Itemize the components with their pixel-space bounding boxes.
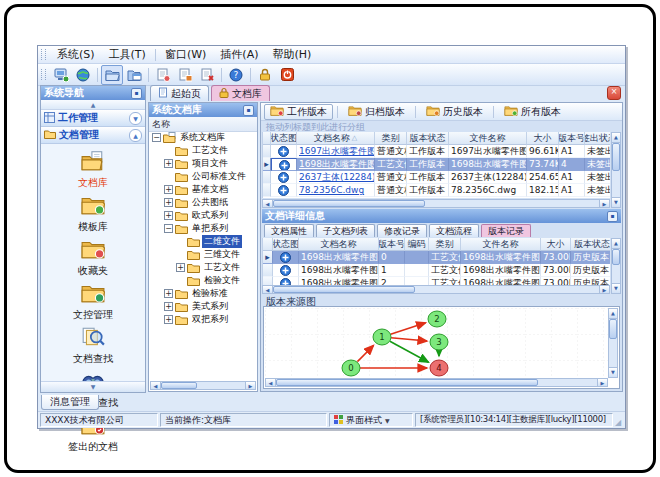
tree-item[interactable]: 二维文件: [149, 235, 257, 248]
menu-plugins[interactable]: 插件(A): [213, 46, 265, 63]
column-header[interactable]: 状态图: [271, 132, 297, 145]
version-node[interactable]: 0: [342, 360, 360, 376]
tree-item[interactable]: 工艺文件: [149, 144, 257, 157]
sidebar-bottom-handle[interactable]: ▼: [41, 381, 145, 392]
help-icon[interactable]: ?: [225, 65, 247, 85]
work-version-button[interactable]: 工作版本: [264, 104, 333, 120]
tree-item-label[interactable]: 单把系列: [190, 222, 230, 235]
pin-icon[interactable]: ▪: [607, 211, 618, 222]
document-link[interactable]: 1697出水嘴零件图.dwg: [297, 145, 375, 158]
table-row[interactable]: 1697出水嘴零件图.dwg普通文档工作版本1697出水嘴零件图.dwg96.6…: [263, 145, 610, 158]
column-header[interactable]: 大小: [541, 238, 571, 251]
document-link[interactable]: 1698出水嘴零件图.dwg: [297, 158, 375, 171]
scroll-right-icon[interactable]: ▶: [597, 379, 607, 386]
version-node[interactable]: 2: [428, 311, 446, 327]
version-node[interactable]: 3: [430, 334, 448, 350]
sidebar-item-3[interactable]: 文控管理: [43, 281, 143, 325]
tree-item-label[interactable]: 检验标准: [190, 287, 230, 300]
detail-tab-1[interactable]: 子文档列表: [316, 224, 375, 237]
tab-message-manager[interactable]: 消息管理: [41, 395, 99, 410]
column-header[interactable]: 文档名称△: [297, 132, 375, 145]
scroll-right-icon[interactable]: ▶: [245, 382, 255, 389]
scroll-down-icon[interactable]: ▼: [609, 367, 617, 377]
archive-version-button[interactable]: 归档版本: [342, 104, 411, 120]
sidebar-group-docs[interactable]: 文档管理 ▲: [41, 127, 145, 144]
table-row[interactable]: 2637主体(12284).dwg普通文档工作版本2637主体(12284).d…: [263, 171, 610, 184]
tree-column-header[interactable]: 名称: [149, 117, 257, 132]
scroll-thumb[interactable]: [609, 319, 617, 339]
column-header[interactable]: 文件名称: [449, 132, 527, 145]
chevron-down-icon[interactable]: ▼: [129, 112, 142, 125]
scroll-up-icon[interactable]: ▲: [612, 239, 620, 249]
sidebar-item-2[interactable]: 收藏夹: [43, 237, 143, 281]
v-scrollbar[interactable]: ▲ ▼: [608, 308, 618, 378]
column-header[interactable]: 版本状态: [571, 238, 610, 251]
tree-item[interactable]: + 检验标准: [149, 287, 257, 300]
status-chart-icon[interactable]: [273, 264, 299, 277]
tree-item[interactable]: 检验文件: [149, 274, 257, 287]
desktop-icon[interactable]: [50, 65, 72, 85]
table-row[interactable]: ▸ 1698出水嘴零件图.dwg0工艺文件1698出水嘴零件图.dwg73.00…: [263, 251, 610, 264]
scroll-thumb[interactable]: [273, 286, 415, 293]
tree-item[interactable]: 三维文件: [149, 248, 257, 261]
lock-icon[interactable]: [254, 65, 276, 85]
tree-item-label[interactable]: 工艺文件: [202, 261, 242, 274]
history-version-button[interactable]: 历史版本: [420, 104, 489, 120]
menu-tools[interactable]: 工具(T): [102, 46, 153, 63]
expand-toggle-icon[interactable]: −: [152, 133, 161, 142]
pin-icon[interactable]: ▪: [243, 105, 254, 116]
scroll-thumb[interactable]: [161, 382, 197, 389]
sidebar-item-4[interactable]: 文档查找: [43, 325, 143, 369]
column-header[interactable]: 编码: [405, 238, 429, 251]
version-node[interactable]: 4: [430, 360, 448, 376]
scroll-up-icon[interactable]: ▲: [609, 309, 617, 319]
all-version-button[interactable]: 所有版本: [498, 104, 567, 120]
tree-item-label[interactable]: 工艺文件: [190, 144, 230, 157]
version-node[interactable]: 1: [373, 329, 391, 345]
table-row[interactable]: 78.2356C.dwg普通文档工作版本78.2356C.dwg182.15KB…: [263, 184, 610, 197]
tree-item[interactable]: − 单把系列: [149, 222, 257, 235]
expand-toggle-icon[interactable]: +: [164, 315, 173, 324]
folder-window-icon[interactable]: [123, 65, 145, 85]
tree-item-label[interactable]: 欧式系列: [190, 209, 230, 222]
doc-report-icon[interactable]: [174, 65, 196, 85]
column-header[interactable]: 版本状态: [407, 132, 449, 145]
resize-grip[interactable]: ◢: [615, 419, 623, 427]
menubar-grip[interactable]: [41, 49, 46, 60]
status-chart-icon[interactable]: [271, 145, 297, 158]
column-header[interactable]: 大小: [527, 132, 559, 145]
scroll-left-icon[interactable]: ◀: [266, 379, 276, 386]
tree-item-label[interactable]: 公司标准文件: [190, 170, 248, 183]
v-scrollbar[interactable]: ▲ ▼: [611, 132, 621, 208]
exit-icon[interactable]: [276, 65, 298, 85]
scroll-right-icon[interactable]: ▶: [599, 200, 609, 207]
tree-item-label[interactable]: 公共图纸: [190, 196, 230, 209]
status-chart-icon[interactable]: [271, 158, 297, 171]
status-chart-icon[interactable]: [273, 251, 299, 264]
table-row[interactable]: ▸ 1698出水嘴零件图.dwg工艺文件工作版本1698出水嘴零件图.dwg73…: [263, 158, 610, 171]
tree-item[interactable]: + 项目文件: [149, 157, 257, 170]
scroll-thumb[interactable]: [273, 200, 425, 207]
column-header[interactable]: 版本号: [379, 238, 405, 251]
tree-item[interactable]: − 系统文档库: [149, 131, 257, 144]
tab-doc-library[interactable]: 文档库: [211, 85, 270, 101]
doc-delete-icon[interactable]: [196, 65, 218, 85]
sidebar-collapse-handle[interactable]: ▲: [41, 100, 145, 110]
scroll-right-icon[interactable]: ▶: [599, 286, 609, 293]
column-header[interactable]: 状态图: [273, 238, 299, 251]
scroll-left-icon[interactable]: ◀: [151, 382, 161, 389]
scroll-down-icon[interactable]: ▼: [612, 283, 620, 293]
tree-item-label[interactable]: 项目文件: [190, 157, 230, 170]
status-chart-icon[interactable]: [273, 277, 299, 285]
tree-item[interactable]: + 基准文档: [149, 183, 257, 196]
tree-item[interactable]: 公司标准文件: [149, 170, 257, 183]
tree-item-label[interactable]: 美式系列: [190, 300, 230, 313]
column-header[interactable]: 签出状态: [585, 132, 610, 145]
tree-item[interactable]: + 美式系列: [149, 300, 257, 313]
detail-tab-4[interactable]: 版本记录: [481, 224, 531, 237]
globe-icon[interactable]: [72, 65, 94, 85]
tree-item[interactable]: + 工艺文件: [149, 261, 257, 274]
tree-item-label[interactable]: 检验文件: [202, 274, 242, 287]
detail-tab-2[interactable]: 修改记录: [377, 224, 427, 237]
expand-toggle-icon[interactable]: +: [164, 289, 173, 298]
